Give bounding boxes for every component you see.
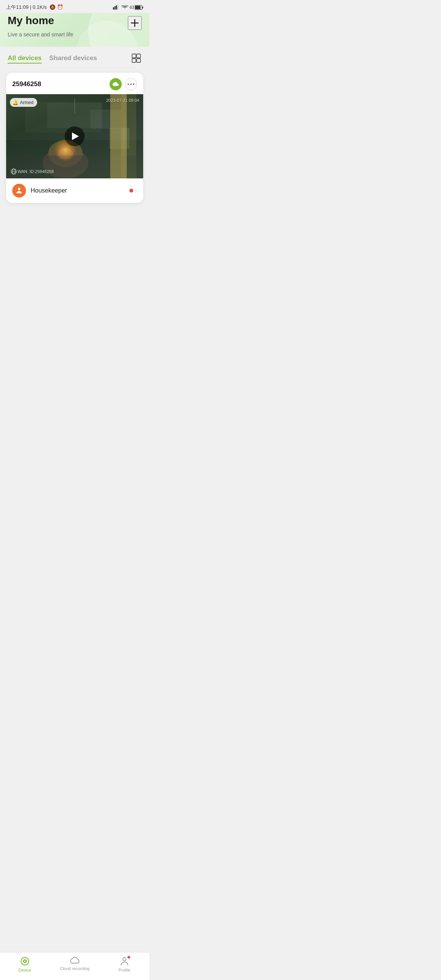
video-footer: WAN ID:25946258	[11, 168, 54, 175]
housekeeper-right: ›	[129, 187, 137, 195]
video-timestamp: 2023-07-21 09:04	[106, 98, 139, 103]
svg-point-15	[133, 83, 134, 85]
app-title: My home	[8, 15, 54, 27]
housekeeper-row[interactable]: Housekeeper ›	[6, 178, 143, 203]
card-actions	[109, 78, 137, 90]
housekeeper-alert-dot	[129, 189, 133, 193]
wan-indicator: WAN	[11, 168, 27, 175]
grid-view-button[interactable]	[131, 53, 142, 65]
svg-rect-2	[116, 5, 117, 10]
housekeeper-label: Housekeeper	[31, 187, 125, 194]
svg-rect-12	[137, 59, 140, 62]
chevron-right-icon: ›	[135, 187, 137, 195]
more-options-button[interactable]	[125, 78, 137, 90]
svg-rect-5	[135, 6, 140, 9]
card-header: 25946258	[6, 73, 143, 94]
svg-rect-0	[113, 7, 114, 10]
svg-rect-9	[132, 54, 136, 58]
status-time-speed: 上午11:09 | 0.1K/s 🔕 ⏰	[6, 4, 63, 11]
battery-icon: 63	[130, 5, 143, 10]
svg-rect-10	[137, 54, 140, 58]
svg-point-13	[127, 83, 129, 85]
video-thumbnail[interactable]: 2023-07-21 09:04 🔔 Armed	[6, 94, 143, 178]
cloud-status-button[interactable]	[109, 78, 122, 90]
status-icons: 63	[113, 4, 143, 11]
svg-rect-6	[142, 7, 143, 8]
svg-rect-3	[118, 4, 119, 10]
svg-point-14	[130, 83, 132, 85]
device-card: 25946258	[6, 73, 143, 203]
add-device-button[interactable]	[128, 16, 142, 30]
header-section: My home Live a secure and smart life	[0, 13, 149, 47]
tab-all-devices[interactable]: All devices	[8, 54, 42, 64]
signal-icon	[113, 4, 120, 11]
svg-rect-11	[132, 59, 136, 62]
header-subtitle: Live a secure and smart life	[8, 31, 142, 38]
device-id: 25946258	[12, 80, 41, 88]
armed-label: Armed	[20, 100, 33, 105]
armed-badge: 🔔 Armed	[10, 98, 37, 107]
play-button[interactable]	[65, 126, 85, 146]
wan-label: WAN	[18, 169, 27, 174]
housekeeper-avatar	[12, 184, 26, 198]
bell-icon: 🔔	[12, 100, 18, 105]
svg-rect-1	[114, 6, 116, 10]
tab-shared-devices[interactable]: Shared devices	[49, 54, 97, 64]
play-icon	[72, 132, 79, 140]
status-bar: 上午11:09 | 0.1K/s 🔕 ⏰ 63	[0, 0, 149, 13]
tabs-section: All devices Shared devices	[0, 47, 149, 70]
video-device-id: ID:25946258	[29, 169, 54, 174]
wifi-icon	[121, 4, 128, 11]
